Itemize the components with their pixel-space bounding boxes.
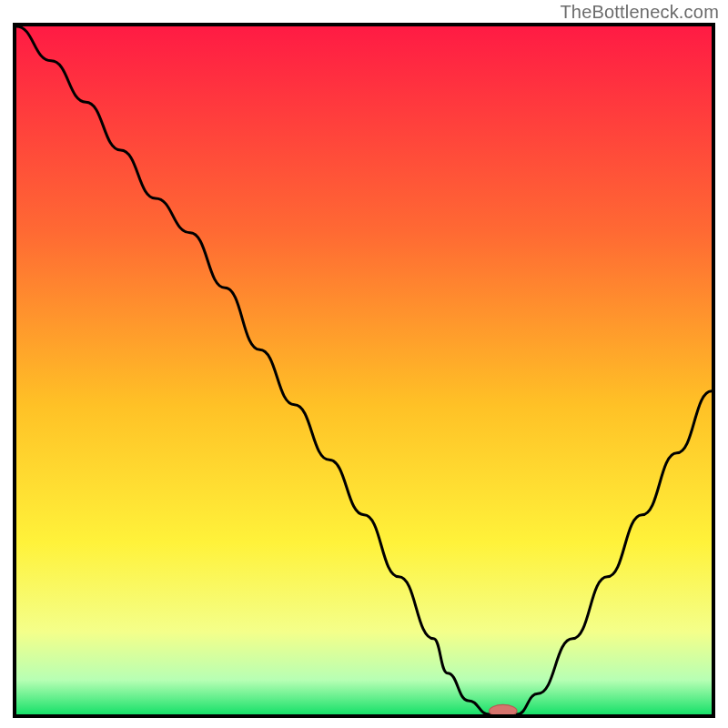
plot-svg <box>16 26 712 714</box>
plot-frame <box>13 23 715 718</box>
chart-container: TheBottleneck.com <box>0 0 728 728</box>
marker-dot <box>490 704 518 714</box>
gradient-background <box>16 26 712 714</box>
watermark-text: TheBottleneck.com <box>560 2 719 23</box>
